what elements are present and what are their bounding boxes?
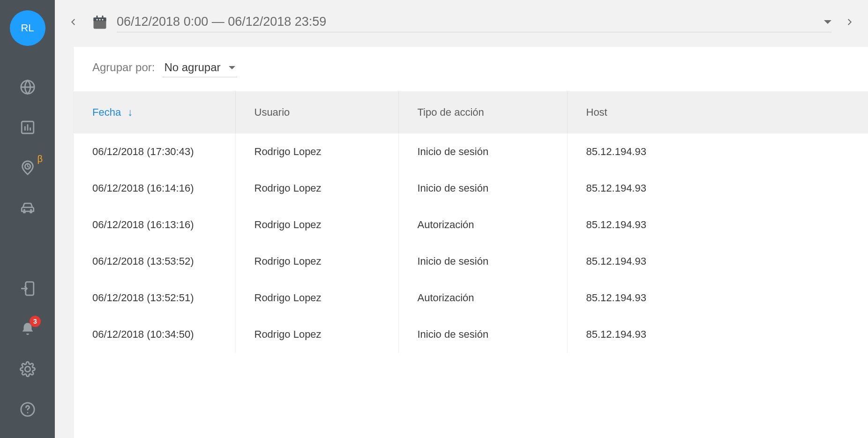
cell-usuario: Rodrigo Lopez: [235, 316, 398, 353]
date-bar: 06/12/2018 0:00 — 06/12/2018 23:59: [55, 0, 868, 42]
nav-reports[interactable]: [0, 117, 55, 140]
col-header-usuario-label: Usuario: [254, 106, 290, 118]
cell-host: 85.12.194.93: [567, 134, 868, 170]
svg-point-4: [30, 209, 31, 211]
col-header-host[interactable]: Host: [567, 91, 868, 134]
cell-host: 85.12.194.93: [567, 316, 868, 353]
cell-accion: Autorización: [398, 207, 567, 243]
group-by-row: Agrupar por: No agrupar: [74, 47, 868, 91]
nav-mobile[interactable]: [0, 278, 55, 301]
sidebar: RL β: [0, 0, 55, 438]
bar-chart-icon: [20, 119, 36, 137]
cell-accion: Inicio de sesión: [398, 170, 567, 207]
chevron-right-icon: [845, 15, 853, 32]
mobile-login-icon: [20, 281, 36, 298]
calendar-icon: [91, 14, 108, 33]
svg-point-11: [97, 19, 98, 21]
avatar-initials: RL: [21, 22, 34, 34]
cell-host: 85.12.194.93: [567, 243, 868, 280]
dropdown-caret-icon: [824, 20, 831, 24]
cell-fecha: 06/12/2018 (13:53:52): [74, 243, 235, 280]
col-header-accion[interactable]: Tipo de acción: [398, 91, 567, 134]
svg-point-12: [99, 19, 101, 21]
svg-rect-10: [102, 15, 104, 19]
table-row[interactable]: 06/12/2018 (13:52:51)Rodrigo LopezAutori…: [74, 280, 868, 316]
activity-card: Agrupar por: No agrupar Fecha ↓ Usuario: [74, 47, 868, 438]
nav-help[interactable]: [0, 399, 55, 422]
cell-usuario: Rodrigo Lopez: [235, 243, 398, 280]
car-icon: [20, 200, 36, 218]
date-range-picker[interactable]: 06/12/2018 0:00 — 06/12/2018 23:59: [117, 15, 831, 32]
next-day-button[interactable]: [840, 14, 859, 33]
cell-accion: Autorización: [398, 280, 567, 316]
sort-descending-icon: ↓: [127, 106, 133, 119]
gear-icon: [20, 361, 36, 379]
group-by-value: No agrupar: [164, 61, 220, 74]
group-by-label: Agrupar por:: [92, 61, 155, 74]
col-header-host-label: Host: [586, 106, 607, 118]
cell-accion: Inicio de sesión: [398, 316, 567, 353]
cell-host: 85.12.194.93: [567, 280, 868, 316]
cell-accion: Inicio de sesión: [398, 243, 567, 280]
cell-fecha: 06/12/2018 (17:30:43): [74, 134, 235, 170]
cell-host: 85.12.194.93: [567, 170, 868, 207]
cell-fecha: 06/12/2018 (10:34:50): [74, 316, 235, 353]
cell-accion: Inicio de sesión: [398, 134, 567, 170]
nav-vehicles[interactable]: [0, 198, 55, 220]
svg-point-13: [102, 19, 104, 21]
date-range-text: 06/12/2018 0:00 — 06/12/2018 23:59: [117, 15, 326, 29]
table-row[interactable]: 06/12/2018 (10:34:50)Rodrigo LopezInicio…: [74, 316, 868, 353]
svg-point-3: [23, 209, 25, 211]
cell-usuario: Rodrigo Lopez: [235, 207, 398, 243]
col-header-fecha-label: Fecha: [92, 106, 121, 118]
nav-notifications[interactable]: 3: [0, 319, 55, 341]
cell-host: 85.12.194.93: [567, 207, 868, 243]
main-content: 06/12/2018 0:00 — 06/12/2018 23:59 Agrup…: [55, 0, 868, 438]
cell-fecha: 06/12/2018 (16:14:16): [74, 170, 235, 207]
col-header-accion-label: Tipo de acción: [418, 106, 484, 118]
notification-count-badge: 3: [30, 316, 41, 327]
table-row[interactable]: 06/12/2018 (17:30:43)Rodrigo LopezInicio…: [74, 134, 868, 170]
table-row[interactable]: 06/12/2018 (16:13:16)Rodrigo LopezAutori…: [74, 207, 868, 243]
cell-usuario: Rodrigo Lopez: [235, 134, 398, 170]
cell-fecha: 06/12/2018 (13:52:51): [74, 280, 235, 316]
nav-web[interactable]: [0, 77, 55, 99]
cell-usuario: Rodrigo Lopez: [235, 280, 398, 316]
svg-rect-9: [97, 15, 98, 19]
table-row[interactable]: 06/12/2018 (13:53:52)Rodrigo LopezInicio…: [74, 243, 868, 280]
col-header-fecha[interactable]: Fecha ↓: [74, 91, 235, 134]
nav-history[interactable]: β: [0, 157, 55, 180]
table-row[interactable]: 06/12/2018 (16:14:16)Rodrigo LopezInicio…: [74, 170, 868, 207]
avatar[interactable]: RL: [10, 10, 45, 46]
clock-marker-icon: [20, 160, 36, 178]
prev-day-button[interactable]: [64, 14, 83, 33]
dropdown-caret-icon: [229, 66, 235, 69]
beta-badge: β: [37, 154, 43, 164]
group-by-select[interactable]: No agrupar: [162, 61, 237, 77]
cell-usuario: Rodrigo Lopez: [235, 170, 398, 207]
nav-settings[interactable]: [0, 359, 55, 381]
globe-icon: [20, 79, 36, 97]
cell-fecha: 06/12/2018 (16:13:16): [74, 207, 235, 243]
activity-table: Fecha ↓ Usuario Tipo de acción Host: [74, 91, 868, 353]
chevron-left-icon: [69, 15, 78, 32]
help-icon: [20, 401, 36, 419]
col-header-usuario[interactable]: Usuario: [235, 91, 398, 134]
